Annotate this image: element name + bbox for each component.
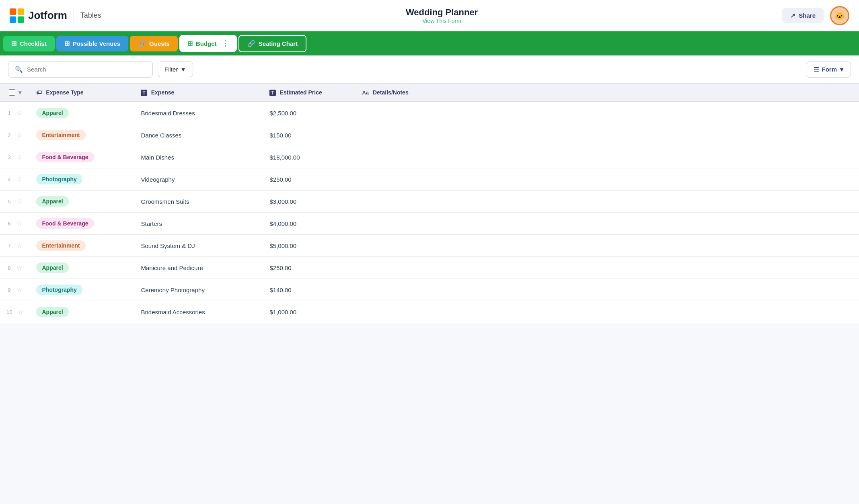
venues-tab-label: Possible Venues: [73, 40, 120, 47]
table-row: 8 ☆ Apparel Manicure and Pedicure $250.0…: [0, 257, 859, 279]
row-expense-type: Apparel: [30, 102, 134, 124]
star-icon[interactable]: ☆: [16, 242, 22, 250]
tab-guests[interactable]: 🔗 Guests: [130, 36, 178, 51]
expense-type-tag: Apparel: [36, 108, 68, 118]
row-number: 8: [8, 265, 11, 271]
row-expense: Ceremony Photography: [134, 279, 263, 301]
header-left: Jotform Tables: [10, 8, 101, 23]
filter-button[interactable]: Filter ▼: [158, 61, 193, 77]
tab-venues[interactable]: ⊞ Possible Venues: [56, 36, 128, 51]
table-row: 5 ☆ Apparel Groomsmen Suits $3,000.00: [0, 191, 859, 213]
star-icon[interactable]: ☆: [16, 131, 22, 139]
col-notes: Aa Details/Notes: [356, 84, 859, 102]
row-price: $150.00: [263, 124, 356, 146]
select-all-checkbox[interactable]: [9, 89, 15, 96]
star-icon[interactable]: ☆: [16, 220, 22, 227]
search-input[interactable]: [27, 66, 146, 73]
search-box[interactable]: 🔍: [8, 61, 153, 78]
row-expense: Sound System & DJ: [134, 235, 263, 257]
row-price: $3,000.00: [263, 191, 356, 213]
star-icon[interactable]: ☆: [16, 286, 22, 294]
budget-table: ▾ 🏷 Expense Type T Expense T Estimated P…: [0, 84, 859, 323]
star-icon[interactable]: ☆: [16, 198, 22, 205]
tab-budget[interactable]: ⊞ Budget ⋮: [179, 35, 237, 52]
expense-type-tag: Food & Beverage: [36, 218, 94, 229]
expense-type-tag: Photography: [36, 285, 82, 295]
row-expense-type: Entertainment: [30, 124, 134, 146]
row-price: $140.00: [263, 279, 356, 301]
row-expense: Groomsmen Suits: [134, 191, 263, 213]
search-icon: 🔍: [15, 66, 23, 73]
table-body: 1 ☆ Apparel Bridesmaid Dresses $2,500.00…: [0, 102, 859, 323]
row-select-cell: 1 ☆: [0, 102, 30, 124]
budget-tab-icon: ⊞: [187, 40, 193, 47]
budget-tab-label: Budget: [196, 40, 217, 47]
row-price: $1,000.00: [263, 301, 356, 323]
star-icon[interactable]: ☆: [16, 264, 22, 272]
table-container: ▾ 🏷 Expense Type T Expense T Estimated P…: [0, 84, 859, 323]
row-select-cell: 9 ☆: [0, 279, 30, 301]
row-select-cell: 10 ☆: [0, 301, 30, 323]
row-notes: [356, 124, 859, 146]
row-select-cell: 6 ☆: [0, 213, 30, 235]
avatar-emoji: 🐱: [834, 10, 845, 21]
share-label: Share: [799, 12, 816, 19]
row-expense-type: Photography: [30, 168, 134, 191]
row-notes: [356, 102, 859, 124]
row-expense: Starters: [134, 213, 263, 235]
star-icon[interactable]: ☆: [16, 176, 22, 183]
tab-checklist[interactable]: ⊞ Checklist: [3, 36, 55, 51]
view-form-link[interactable]: View This Form: [406, 18, 478, 24]
expense-type-col-label: Expense Type: [46, 89, 83, 96]
header-divider: [74, 9, 74, 22]
guests-tab-icon: 🔗: [138, 40, 146, 47]
header-center: Wedding Planner View This Form: [406, 7, 478, 24]
row-price: $2,500.00: [263, 102, 356, 124]
row-number: 4: [8, 176, 11, 182]
logo: Jotform: [10, 8, 67, 23]
expense-type-tag: Entertainment: [36, 130, 85, 140]
row-number: 7: [8, 243, 11, 249]
col-price: T Estimated Price: [263, 84, 356, 102]
star-icon[interactable]: ☆: [16, 154, 22, 161]
form-button[interactable]: ☰ Form ▾: [806, 61, 851, 78]
row-expense: Manicure and Pedicure: [134, 257, 263, 279]
row-select-cell: 5 ☆: [0, 191, 30, 213]
jotform-logo-icon: [10, 8, 24, 23]
table-row: 2 ☆ Entertainment Dance Classes $150.00: [0, 124, 859, 146]
row-number: 1: [8, 110, 11, 116]
star-icon[interactable]: ☆: [18, 308, 23, 316]
row-expense-type: Photography: [30, 279, 134, 301]
row-expense: Main Dishes: [134, 146, 263, 168]
table-row: 7 ☆ Entertainment Sound System & DJ $5,0…: [0, 235, 859, 257]
row-expense-type: Apparel: [30, 257, 134, 279]
row-price: $5,000.00: [263, 235, 356, 257]
row-select-cell: 8 ☆: [0, 257, 30, 279]
filter-icon: ▼: [180, 66, 186, 73]
table-row: 9 ☆ Photography Ceremony Photography $14…: [0, 279, 859, 301]
form-chevron-icon: ▾: [840, 66, 843, 73]
select-all-chevron-icon[interactable]: ▾: [18, 89, 21, 96]
avatar[interactable]: 🐱: [830, 6, 849, 25]
tab-seating[interactable]: 🔗 Seating Chart: [238, 35, 307, 52]
row-number: 5: [8, 199, 11, 205]
col-select: ▾: [0, 84, 30, 102]
budget-tab-dots[interactable]: ⋮: [222, 39, 229, 48]
checklist-tab-label: Checklist: [20, 40, 47, 47]
filter-label: Filter: [164, 66, 178, 73]
expense-type-tag: Entertainment: [36, 240, 85, 251]
row-price: $250.00: [263, 257, 356, 279]
share-button[interactable]: ↗ Share: [782, 8, 824, 23]
row-number: 3: [8, 154, 11, 160]
row-notes: [356, 168, 859, 191]
svg-rect-2: [10, 16, 16, 23]
row-number: 6: [8, 221, 11, 227]
star-icon[interactable]: ☆: [16, 109, 22, 117]
svg-rect-1: [18, 8, 24, 15]
tables-label: Tables: [80, 11, 101, 20]
header-right: ↗ Share 🐱: [782, 6, 849, 25]
row-expense-type: Food & Beverage: [30, 213, 134, 235]
row-notes: [356, 301, 859, 323]
share-icon: ↗: [790, 12, 795, 19]
seating-tab-label: Seating Chart: [259, 40, 298, 47]
